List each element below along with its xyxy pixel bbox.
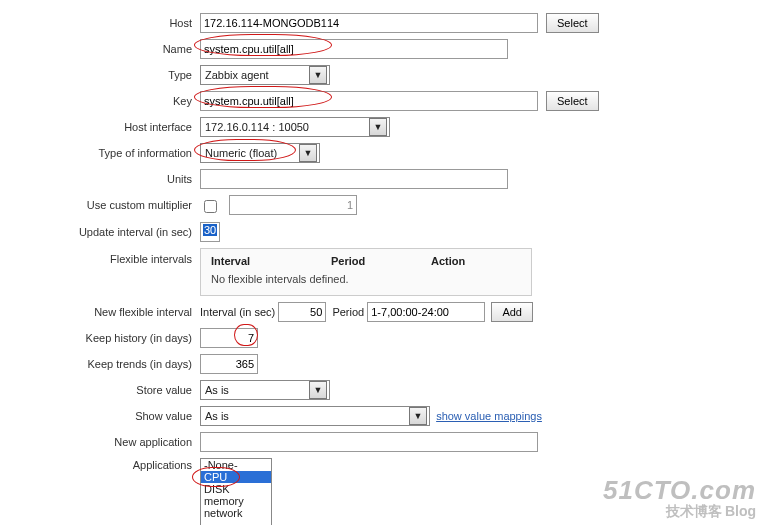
update-interval-input[interactable]: 30	[203, 224, 217, 236]
applications-option[interactable]: network	[201, 507, 271, 519]
show-value-select[interactable]: As is ▼	[200, 406, 430, 426]
label-use-multiplier: Use custom multiplier	[8, 192, 196, 219]
units-input[interactable]	[200, 169, 508, 189]
new-flex-period-input[interactable]	[367, 302, 485, 322]
chevron-down-icon: ▼	[309, 381, 327, 399]
chevron-down-icon: ▼	[309, 66, 327, 84]
name-input[interactable]	[200, 39, 508, 59]
applications-option[interactable]: memory	[201, 495, 271, 507]
chevron-down-icon: ▼	[409, 407, 427, 425]
host-interface-select[interactable]: 172.16.0.114 : 10050 ▼	[200, 117, 390, 137]
new-flex-interval-label: Interval (in sec)	[200, 306, 275, 318]
label-new-flex: New flexible interval	[8, 299, 196, 325]
new-flex-period-label: Period	[332, 306, 364, 318]
show-value-mappings-link[interactable]: show value mappings	[436, 410, 542, 422]
flex-col-interval: Interval	[211, 255, 331, 267]
label-store-value: Store value	[8, 377, 196, 403]
label-type-info: Type of information	[8, 140, 196, 166]
label-type: Type	[8, 62, 196, 88]
use-multiplier-checkbox[interactable]	[204, 200, 217, 213]
applications-listbox[interactable]: -None-CPUDISKmemorynetwork	[200, 458, 272, 525]
applications-option[interactable]: -None-	[201, 459, 271, 471]
host-input[interactable]	[200, 13, 538, 33]
label-host-interface: Host interface	[8, 114, 196, 140]
flex-empty-text: No flexible intervals defined.	[211, 273, 521, 285]
multiplier-input[interactable]	[229, 195, 357, 215]
label-units: Units	[8, 166, 196, 192]
key-select-button[interactable]: Select	[546, 91, 599, 111]
store-value-select[interactable]: As is ▼	[200, 380, 330, 400]
label-flexible-intervals: Flexible intervals	[8, 245, 196, 299]
label-keep-trends: Keep trends (in days)	[8, 351, 196, 377]
add-flex-button[interactable]: Add	[491, 302, 533, 322]
label-applications: Applications	[133, 459, 192, 471]
type-info-select[interactable]: Numeric (float) ▼	[200, 143, 320, 163]
type-select[interactable]: Zabbix agent ▼	[200, 65, 330, 85]
type-info-value: Numeric (float)	[205, 147, 277, 159]
chevron-down-icon: ▼	[299, 144, 317, 162]
applications-option[interactable]: DISK	[201, 483, 271, 495]
flex-col-period: Period	[331, 255, 431, 267]
label-update-interval: Update interval (in sec)	[8, 219, 196, 245]
host-select-button[interactable]: Select	[546, 13, 599, 33]
label-host: Host	[8, 10, 196, 36]
label-name: Name	[8, 36, 196, 62]
new-flex-interval-input[interactable]	[278, 302, 326, 322]
flexible-intervals-box: Interval Period Action No flexible inter…	[200, 248, 532, 296]
key-input[interactable]	[200, 91, 538, 111]
applications-option[interactable]: CPU	[201, 471, 271, 483]
store-value-value: As is	[205, 384, 229, 396]
keep-history-input[interactable]	[200, 328, 258, 348]
watermark: 51CTO.com 技术博客 Blog	[603, 477, 756, 519]
label-key: Key	[8, 88, 196, 114]
flex-col-action: Action	[431, 255, 501, 267]
new-application-input[interactable]	[200, 432, 538, 452]
label-new-application: New application	[8, 429, 196, 455]
keep-trends-input[interactable]	[200, 354, 258, 374]
chevron-down-icon: ▼	[369, 118, 387, 136]
host-interface-value: 172.16.0.114 : 10050	[205, 121, 309, 133]
label-show-value: Show value	[8, 403, 196, 429]
show-value-value: As is	[205, 410, 229, 422]
label-keep-history: Keep history (in days)	[8, 325, 196, 351]
type-select-value: Zabbix agent	[205, 69, 269, 81]
